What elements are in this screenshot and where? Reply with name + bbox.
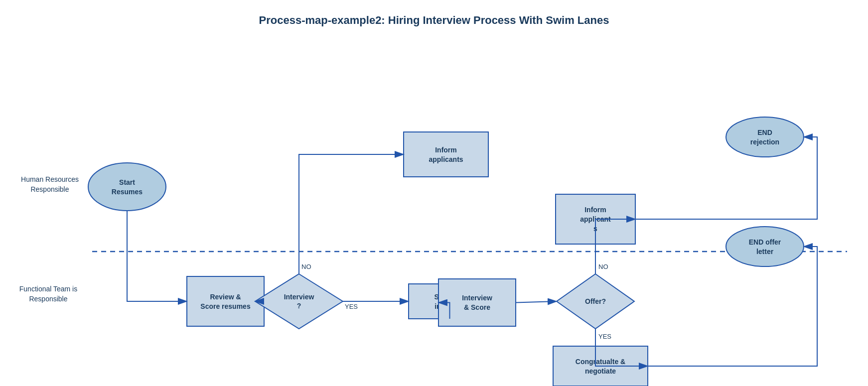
end-rejection-text-0: END — [757, 129, 772, 136]
inform-applicants-no-text-1: applicants — [429, 155, 463, 163]
end-offer-text-1: letter — [756, 248, 774, 256]
congratulate-text-1: negotiate — [585, 367, 616, 375]
interview-diamond-text-1: ? — [297, 302, 301, 310]
start-to-review — [127, 211, 187, 301]
ft-lane-label-0: Functional Team is — [19, 285, 77, 293]
end-rejection-bg — [726, 117, 804, 157]
no1-label: NO — [301, 263, 311, 270]
page-title: Process-map-example2: Hiring Interview P… — [0, 0, 868, 32]
interview-no — [299, 154, 404, 274]
interview-score-text-1: & Score — [464, 303, 490, 311]
review-score-bg — [187, 276, 264, 326]
offer-diamond-text-0: Offer? — [585, 297, 606, 305]
interview-diamond-bg — [255, 274, 343, 329]
start-text-1: Resumes — [112, 188, 143, 196]
inform-applicants-no-text-0: Inform — [435, 146, 457, 154]
review-score-text-1: Score resumes — [200, 302, 251, 310]
end-offer-bg — [726, 227, 804, 266]
interview-score-text-0: Interview — [462, 294, 492, 302]
hr-lane-label-1: Responsible — [30, 185, 69, 193]
yes2-label: YES — [598, 333, 611, 340]
interview-diamond-text-0: Interview — [284, 293, 314, 301]
start-text-0: Start — [119, 178, 135, 186]
inform-applicants-no-bg — [404, 132, 488, 177]
end-rejection-text-1: rejection — [750, 138, 779, 146]
hr-lane-label-0: Human Resources — [21, 175, 79, 183]
no2-label: NO — [598, 263, 608, 270]
inform-applicants-hr-text-0: Inform — [584, 206, 606, 214]
yes1-label: YES — [345, 303, 358, 310]
score-to-offer — [516, 301, 557, 303]
start-bg — [88, 163, 166, 211]
diagram-svg: Human ResourcesResponsibleFunctional Tea… — [0, 32, 868, 386]
end-offer-text-0: END offer — [749, 238, 781, 246]
congrat-to-end-offer — [648, 247, 817, 366]
congratulate-text-0: Congratualte & — [576, 358, 625, 366]
ft-lane-label-1: Responsible — [29, 295, 67, 303]
review-score-text-0: Review & — [210, 293, 241, 301]
